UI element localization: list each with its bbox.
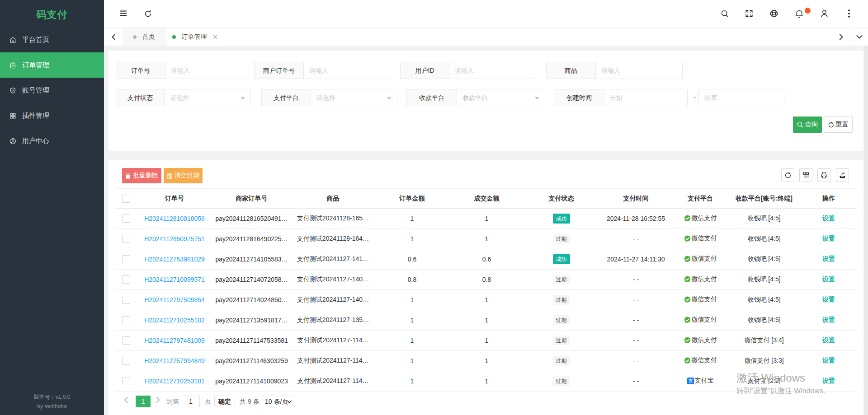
- svg-text:支: 支: [688, 378, 693, 383]
